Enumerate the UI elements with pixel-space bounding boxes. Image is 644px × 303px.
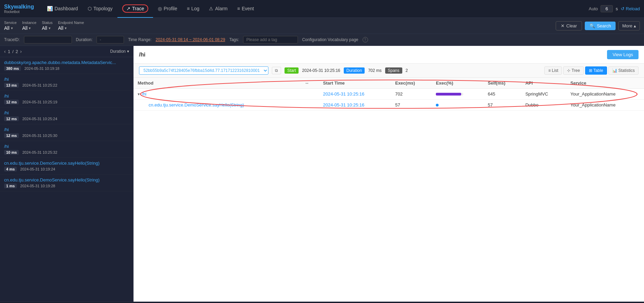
brand: Skywalking Rocketbot (4, 4, 34, 14)
more-button[interactable]: More ▴ (618, 21, 640, 30)
trace-id-select[interactable]: 52bb55b9a5c74f128405e76fbba15d4d.77.1717… (139, 66, 268, 75)
log-icon: ≡ (187, 6, 190, 11)
col-exec-ms: Exec(ms) (391, 78, 432, 89)
nav-label-log: Log (191, 6, 199, 11)
trace-badge: 10 ms (4, 150, 19, 155)
trace-time: 2024-05-31 10:25:24 (22, 117, 57, 121)
nav-item-dashboard[interactable]: 📊 Dashboard (42, 0, 83, 18)
trace-item-meta: 1 ms 2024-05-31 10:19:28 (4, 184, 129, 188)
list-item[interactable]: /hi 12 ms 2024-05-31 10:25:19 (0, 91, 133, 108)
endpoint-arrow-icon: ▾ (65, 26, 67, 30)
brand-name: Skywalking (4, 4, 34, 10)
nav-item-log[interactable]: ≡ Log (182, 0, 204, 18)
list-item[interactable]: cn.edu.tju.service.DemoService.sayHello(… (0, 175, 133, 191)
trace-badge: 12 ms (4, 116, 19, 121)
right-panel: /hi View Logs 52bb55b9a5c74f128405e76fbb… (134, 46, 644, 302)
view-list-button[interactable]: ≡ List (544, 66, 562, 75)
service-filter: Service All ▾ (4, 21, 17, 31)
list-item[interactable]: /hi 12 ms 2024-05-31 10:25:24 (0, 108, 133, 124)
search-button[interactable]: 🔍 Search (585, 22, 616, 30)
page-current: 1 (8, 49, 10, 54)
status-select[interactable]: All ▾ (42, 25, 52, 31)
trace-icon: ↗ (126, 6, 130, 11)
search-icon: 🔍 (590, 23, 595, 28)
list-item[interactable]: /hi 13 ms 2024-05-31 10:25:22 (0, 74, 133, 91)
exec-pct-cell (432, 100, 483, 111)
help-icon[interactable]: ? (363, 37, 368, 42)
right-header: /hi View Logs (134, 46, 644, 64)
search-label: Search (597, 23, 611, 28)
list-item[interactable]: /hi 10 ms 2024-05-31 10:25:32 (0, 141, 133, 158)
trace-item-meta: 12 ms 2024-05-31 10:25:19 (4, 100, 129, 104)
trace-item-name: /hi (4, 144, 129, 149)
list-item[interactable]: cn.edu.tju.service.DemoService.sayHello(… (0, 158, 133, 175)
expand-button[interactable]: ▾ (138, 92, 140, 97)
config-link[interactable]: Configuration Vocabulary page (302, 37, 358, 42)
traceid-label: TraceID: (4, 37, 20, 42)
endpoint-filter: Endpoint Name All ▾ (58, 21, 84, 31)
auto-interval-input[interactable] (601, 5, 613, 12)
method-name[interactable]: cn.edu.tju.service.DemoService.sayHello(… (149, 102, 244, 108)
tag-input[interactable] (243, 36, 298, 43)
list-item[interactable]: /hi 12 ms 2024-05-31 10:25:30 (0, 124, 133, 141)
trace-time: 2024-05-31 10:19:18 (24, 66, 59, 71)
list-item[interactable]: dubbosky/org.apache.dubbo.metadata.Metad… (0, 57, 133, 74)
auto-unit: s (616, 6, 618, 11)
more-arrow-icon: ▴ (634, 23, 636, 28)
trace-item-name: /hi (4, 77, 129, 82)
filter-row2: TraceID: Duration: Time Range: 2024-05-3… (0, 34, 644, 46)
method-cell: ▾ /hi (134, 89, 301, 100)
trace-item-name: /hi (4, 110, 129, 115)
trace-item-meta: 12 ms 2024-05-31 10:25:30 (4, 133, 129, 138)
duration-sort-label: Duration (110, 49, 126, 54)
copy-trace-id-button[interactable]: ⧉ (272, 67, 281, 74)
table-row[interactable]: cn.edu.tju.service.DemoService.sayHello(… (134, 100, 644, 111)
footer: 2024-05-31 08:14 ~ 2024-05-31 08:29 En C… (0, 302, 644, 303)
method-name[interactable]: /hi (142, 91, 147, 97)
view-logs-button[interactable]: View Logs (607, 50, 639, 59)
duration-sort[interactable]: Duration ▾ (110, 49, 129, 54)
view-statistics-button[interactable]: 📊 Statistics (608, 66, 639, 75)
reload-icon: ↺ (621, 6, 624, 11)
trace-item-name: /hi (4, 127, 129, 132)
pagination-bar: ‹ 1 / 2 › Duration ▾ (0, 46, 133, 57)
nav-item-event[interactable]: ≡ Event (232, 0, 259, 18)
profile-icon: ◎ (158, 6, 162, 11)
endpoint-select[interactable]: All ▾ (58, 25, 84, 31)
traceid-input[interactable] (24, 36, 72, 43)
nav-item-alarm[interactable]: ⚠ Alarm (204, 0, 232, 18)
nav-label-trace: Trace (132, 6, 144, 11)
trace-badge: 380 ms (4, 66, 21, 71)
duration-input[interactable] (97, 36, 124, 43)
arrow-cell (301, 89, 319, 100)
spans-value: 2 (406, 68, 408, 73)
trace-badge: 1 ms (4, 184, 17, 188)
reload-button[interactable]: ↺ Reload (621, 6, 640, 11)
nav-item-trace[interactable]: ↗ Trace (117, 0, 153, 18)
trace-item-name: /hi (4, 93, 129, 99)
trace-table: Method ↔ Start Time Exec(ms) Exec(%) Sel… (134, 78, 644, 111)
duration-label: Duration: (76, 37, 93, 42)
col-api: API (521, 78, 566, 89)
nav-item-profile[interactable]: ◎ Profile (153, 0, 182, 18)
trace-item-name: dubbosky/org.apache.dubbo.metadata.Metad… (4, 60, 129, 65)
arrow-cell (301, 100, 319, 111)
exec-ms-cell: 57 (391, 100, 432, 111)
service-select[interactable]: All ▾ (4, 25, 17, 31)
brand-sub: Rocketbot (4, 10, 20, 14)
prev-page-button[interactable]: ‹ (4, 49, 6, 54)
trace-badge: 12 ms (4, 133, 19, 138)
filter-actions: ✕ Clear 🔍 Search More ▴ (556, 21, 640, 30)
spans-badge: Spans (385, 67, 402, 74)
nav-item-topology[interactable]: ⬡ Topology (83, 0, 117, 18)
view-table-button[interactable]: ⊞ Table (585, 66, 607, 75)
view-tree-button[interactable]: ⊹ Tree (563, 66, 583, 75)
instance-select[interactable]: All ▾ (22, 25, 37, 31)
service-value: All (4, 25, 10, 31)
table-row[interactable]: ▾ /hi 2024-05-31 10:25:16 702 645 Spring… (134, 89, 644, 100)
start-badge: Start (285, 67, 299, 74)
filter-bar: Service All ▾ Instance All ▾ Status All … (0, 18, 644, 34)
clear-button[interactable]: ✕ Clear (556, 21, 582, 30)
next-page-button[interactable]: › (20, 49, 22, 54)
nav-label-alarm: Alarm (215, 6, 228, 11)
